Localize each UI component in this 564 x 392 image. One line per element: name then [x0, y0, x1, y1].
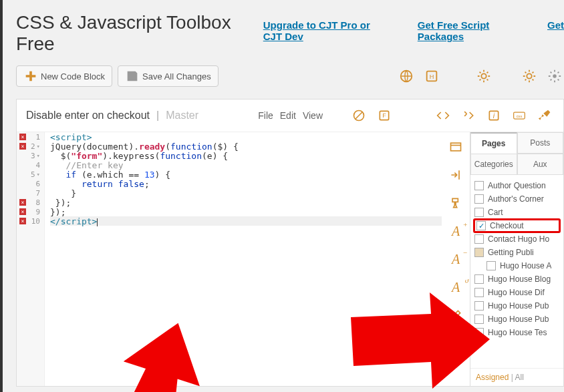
brush-icon[interactable] — [535, 106, 554, 125]
fold-icon[interactable]: ▾ — [37, 152, 40, 159]
page-header: CSS & Javascript Toolbox Free Upgrade to… — [16, 0, 564, 61]
checkbox[interactable] — [474, 181, 484, 190]
checkbox[interactable] — [474, 248, 484, 257]
code-line[interactable]: }); — [50, 207, 442, 216]
checkbox[interactable] — [474, 208, 484, 217]
window-icon[interactable] — [448, 139, 464, 155]
line-number: ×10 — [17, 216, 44, 226]
page-item-label: Author Question — [488, 181, 546, 190]
checkbox[interactable] — [474, 274, 484, 284]
globe-icon[interactable] — [397, 67, 416, 85]
page-item-label: Getting Publi — [488, 248, 534, 257]
svg-text:H: H — [430, 73, 434, 80]
svg-text:css: css — [517, 114, 523, 118]
fold-icon[interactable]: ▾ — [37, 171, 40, 178]
all-link[interactable]: All — [515, 373, 524, 382]
checkbox[interactable]: ✓ — [476, 221, 486, 230]
code-line[interactable]: <script> — [50, 132, 442, 142]
new-block-button[interactable]: New Code Block — [16, 65, 112, 87]
annotation-arrow-2 — [351, 287, 491, 392]
packages-link[interactable]: Get Free Script Packages — [418, 19, 521, 42]
in-icon[interactable] — [448, 167, 464, 183]
font-smaller-icon[interactable]: A− — [448, 251, 464, 267]
tab-categories[interactable]: Categories — [470, 154, 517, 175]
svg-point-3 — [481, 73, 486, 78]
code-line[interactable]: return false; — [50, 179, 442, 188]
code-line[interactable]: }); — [50, 198, 442, 207]
fold-icon[interactable]: ▾ — [37, 143, 40, 150]
block-title: Disable enter on checkout — [26, 110, 150, 122]
tab-posts[interactable]: Posts — [517, 132, 564, 154]
error-marker-icon[interactable]: × — [19, 134, 26, 140]
font-bigger-icon[interactable]: A+ — [448, 223, 464, 239]
line-number: 7 — [17, 188, 44, 198]
page-list-item[interactable]: Author Question — [473, 179, 561, 192]
tabs-row-2: Categories Aux — [470, 154, 563, 175]
error-marker-icon[interactable]: × — [19, 143, 26, 150]
error-marker-icon[interactable]: × — [19, 218, 26, 224]
code-line[interactable]: } — [50, 188, 442, 198]
block-body: ×1×2▾3▾45▾67×8×9×10 <script>jQuery(docum… — [17, 132, 563, 386]
line-number: 6 — [17, 179, 44, 188]
page-item-label: Cart — [488, 208, 503, 217]
history-icon[interactable]: H — [422, 67, 441, 85]
shortcode-icon[interactable] — [459, 106, 478, 125]
menu-file[interactable]: File — [258, 110, 273, 121]
tab-pages[interactable]: Pages — [470, 132, 517, 154]
no-icon[interactable] — [349, 106, 368, 125]
code-line[interactable]: jQuery(document).ready(function($) { — [50, 142, 442, 151]
checkbox[interactable] — [474, 234, 484, 244]
code-icon[interactable] — [434, 106, 452, 125]
page-item-label: Hugo House Tes — [488, 328, 547, 337]
info-icon[interactable]: i — [484, 106, 503, 125]
gear-icon[interactable] — [474, 67, 493, 85]
page-list-item[interactable]: Contact Hugo Ho — [473, 232, 561, 246]
menu-edit[interactable]: Edit — [280, 110, 296, 121]
block-header: Disable enter on checkout | Master File … — [17, 100, 563, 132]
code-block: Disable enter on checkout | Master File … — [16, 99, 564, 387]
css-icon[interactable]: css — [510, 106, 529, 125]
page-list-item[interactable]: Getting Publi — [473, 246, 561, 259]
line-number: ×2▾ — [17, 142, 44, 151]
tab-aux[interactable]: Aux — [517, 154, 564, 175]
page-list-item[interactable]: Hugo House A — [473, 259, 561, 272]
new-block-label: New Code Block — [41, 71, 105, 81]
page-list-item[interactable]: ✓Checkout — [473, 218, 561, 233]
error-marker-icon[interactable]: × — [19, 199, 26, 206]
upgrade-link[interactable]: Upgrade to CJT Pro or CJT Dev — [263, 19, 391, 42]
checkbox[interactable] — [486, 261, 496, 270]
error-marker-icon[interactable]: × — [19, 208, 26, 215]
page-item-label: Hugo House A — [500, 261, 551, 270]
get-link[interactable]: Get — [547, 19, 564, 31]
code-line[interactable]: if (e.which == 13) { — [50, 170, 442, 179]
page-item-label: Checkout — [490, 221, 524, 230]
line-number: 5▾ — [17, 170, 44, 179]
page-item-label: Hugo House Pub — [488, 315, 549, 324]
tabs-row-1: Pages Posts — [470, 132, 563, 154]
menu-view[interactable]: View — [303, 110, 323, 121]
page-item-label: Author's Corner — [488, 194, 544, 204]
svg-point-4 — [527, 73, 531, 78]
plus-icon — [23, 69, 38, 83]
code-line[interactable]: $("form").keypress(function(e) { — [50, 151, 442, 160]
f-icon[interactable]: F — [375, 106, 394, 125]
page-item-label: Contact Hugo Ho — [488, 234, 549, 244]
save-all-button[interactable]: Save All Changes — [118, 65, 219, 87]
line-number: ×9 — [17, 207, 44, 216]
page-item-label: Hugo House Pub — [488, 301, 549, 311]
code-line[interactable]: </script> — [50, 216, 442, 226]
settings-icon[interactable] — [545, 67, 564, 85]
page-list-item[interactable]: Cart — [473, 206, 561, 219]
svg-text:i: i — [493, 112, 495, 120]
svg-rect-14 — [451, 143, 461, 151]
page-list-item[interactable]: Hugo House Blog — [473, 272, 561, 286]
checkbox[interactable] — [474, 194, 484, 204]
annotation-arrow-1 — [88, 319, 221, 392]
paint-icon[interactable] — [448, 195, 464, 211]
page-list-item[interactable]: Author's Corner — [473, 192, 561, 206]
line-number: ×8 — [17, 198, 44, 207]
svg-line-7 — [356, 112, 362, 119]
gear2-icon[interactable] — [520, 67, 539, 85]
code-line[interactable]: //Enter key — [50, 160, 442, 170]
master-label: Master — [166, 110, 198, 122]
